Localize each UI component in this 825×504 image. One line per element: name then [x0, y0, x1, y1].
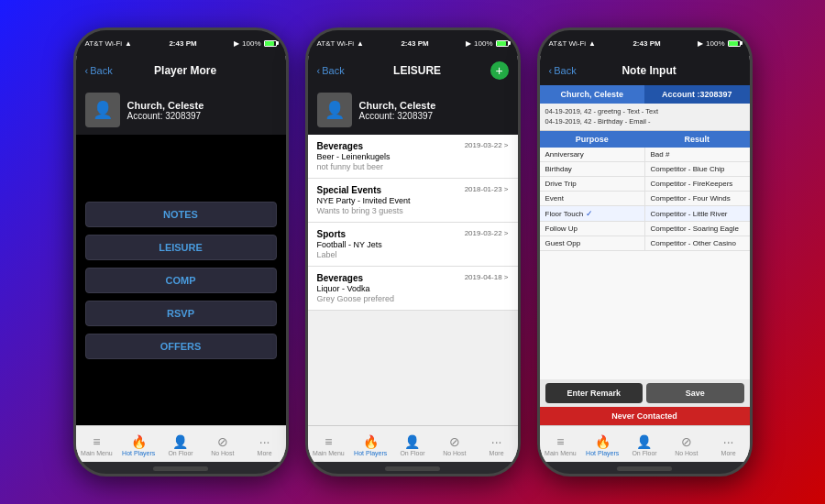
back-button-3[interactable]: ‹ Back — [549, 65, 577, 76]
menu-icon-1: ≡ — [93, 434, 100, 449]
table-row[interactable]: Drive Trip Competitor - FireKeepers — [540, 177, 750, 192]
tab-hot-players-1[interactable]: 🔥 Hot Players — [117, 434, 160, 456]
tab-no-host-3[interactable]: ⊘ No Host — [666, 434, 708, 456]
li-note-3: Grey Goose prefered — [317, 294, 509, 303]
tab-main-menu-label-2: Main Menu — [313, 450, 345, 456]
result-cell-3: Competitor - Four Winds — [645, 192, 750, 205]
page-title-1: Player More — [113, 64, 258, 77]
page-title-3: Note Input — [577, 64, 722, 77]
table-row[interactable]: Anniversary Bad # — [540, 148, 750, 162]
list-item[interactable]: Special Events 2018-01-23 > NYE Party - … — [308, 179, 518, 223]
purpose-cell-0: Anniversary — [540, 148, 645, 161]
tab-more-1[interactable]: ··· More — [244, 434, 286, 456]
phone-3: AT&T Wi-Fi ▲ 2:43 PM ▶ 100% ‹ Back Note … — [537, 27, 753, 477]
note-table-header: Purpose Result — [540, 131, 750, 148]
history-line-1: 04-19-2019, 42 - Birthday - Email - — [545, 117, 744, 127]
tab-main-menu-2[interactable]: ≡ Main Menu — [308, 434, 350, 456]
battery-percent-2: 100% — [474, 39, 492, 48]
li-subcategory-2: Football - NY Jets — [317, 240, 509, 249]
screen-1: ‹ Back Player More 👤 Church, Celeste Acc… — [76, 56, 286, 462]
list-item[interactable]: Sports 2019-03-22 > Football - NY Jets L… — [308, 223, 518, 267]
player-details-1: Church, Celeste Account: 3208397 — [127, 100, 204, 121]
result-cell-6: Competitor - Other Casino — [645, 236, 750, 250]
menu-icon-2: ≡ — [324, 434, 332, 449]
carrier-2: AT&T Wi-Fi — [317, 39, 355, 48]
phone-2: AT&T Wi-Fi ▲ 2:43 PM ▶ 100% ‹ Back LEISU… — [305, 27, 521, 477]
leisure-button[interactable]: LEISURE — [85, 235, 277, 260]
add-button-2[interactable]: + — [490, 61, 509, 80]
rsvp-button[interactable]: RSVP — [85, 301, 277, 326]
back-button-2[interactable]: ‹ Back — [317, 65, 345, 76]
list-item[interactable]: Beverages 2019-04-18 > Liquor - Vodka Gr… — [308, 267, 518, 311]
table-row[interactable]: Birthday Competitor - Blue Chip — [540, 162, 750, 177]
back-chevron-1: ‹ — [85, 65, 89, 76]
tab-no-host-1[interactable]: ⊘ No Host — [202, 434, 244, 456]
account-label-1: Account: — [127, 111, 163, 121]
wifi-icon-2: ▲ — [357, 39, 364, 48]
tab-bar-3: ≡ Main Menu 🔥 Hot Players 👤 On Floor ⊘ N… — [540, 425, 750, 462]
person-icon-1: 👤 — [172, 434, 188, 449]
enter-remark-button[interactable]: Enter Remark — [545, 383, 644, 403]
li-subcategory-0: Beer - Leinenkugels — [317, 152, 509, 161]
tab-on-floor-1[interactable]: 👤 On Floor — [160, 434, 202, 456]
notes-button[interactable]: NOTES — [85, 202, 277, 227]
tab-more-label-3: More — [721, 450, 736, 456]
li-category-0: Beverages — [317, 141, 364, 151]
menu-icon-3: ≡ — [556, 434, 564, 449]
table-row[interactable]: Follow Up Competitor - Soaring Eagle — [540, 222, 750, 236]
offers-button[interactable]: OFFERS — [85, 334, 277, 359]
table-row[interactable]: Event Competitor - Four Winds — [540, 192, 750, 206]
tab-bar-2: ≡ Main Menu 🔥 Hot Players 👤 On Floor ⊘ N… — [308, 425, 518, 462]
status-bar-3: AT&T Wi-Fi ▲ 2:43 PM ▶ 100% — [540, 30, 750, 56]
tab-on-floor-2[interactable]: 👤 On Floor — [391, 434, 434, 456]
tab-main-menu-1[interactable]: ≡ Main Menu — [76, 434, 118, 456]
tab-more-3[interactable]: ··· More — [708, 434, 750, 456]
never-contacted-button[interactable]: Never Contacted — [540, 407, 750, 425]
player-details-2: Church, Celeste Account: 3208397 — [359, 100, 436, 121]
note-header-row: Church, Celeste Account :3208397 — [540, 85, 750, 104]
result-header: Result — [644, 131, 750, 148]
leisure-list: Beverages 2019-03-22 > Beer - Leinenkuge… — [308, 135, 518, 425]
more-icon-3: ··· — [723, 434, 734, 449]
battery-icon-1 — [264, 40, 277, 47]
result-cell-5: Competitor - Soaring Eagle — [645, 222, 750, 236]
save-button[interactable]: Save — [646, 383, 744, 403]
more-icon-2: ··· — [491, 434, 502, 449]
result-cell-4: Competitor - Little River — [645, 206, 750, 221]
tab-hot-players-label-1: Hot Players — [122, 450, 155, 456]
li-date-3: 2019-04-18 > — [465, 273, 509, 281]
tab-on-floor-3[interactable]: 👤 On Floor — [623, 434, 666, 456]
account-number-1: 3208397 — [165, 111, 201, 121]
tab-no-host-2[interactable]: ⊘ No Host — [434, 434, 476, 456]
list-item[interactable]: Beverages 2019-03-22 > Beer - Leinenkuge… — [308, 135, 518, 179]
status-bar-2: AT&T Wi-Fi ▲ 2:43 PM ▶ 100% — [308, 30, 518, 56]
li-subcategory-3: Liquor - Vodka — [317, 284, 509, 293]
signal-icon-3: ▶ — [698, 39, 703, 48]
comp-button[interactable]: COMP — [85, 268, 277, 293]
back-chevron-3: ‹ — [549, 65, 553, 76]
purpose-cell-2: Drive Trip — [540, 177, 645, 191]
account-number-2: 3208397 — [397, 111, 433, 121]
back-label-1: Back — [90, 65, 112, 76]
li-category-3: Beverages — [317, 273, 364, 283]
screen-3: ‹ Back Note Input Church, Celeste Accoun… — [540, 56, 750, 462]
table-row[interactable]: Floor Touch ✓ Competitor - Little River — [540, 206, 750, 222]
player-info-1: 👤 Church, Celeste Account: 3208397 — [76, 85, 286, 135]
tab-hot-players-2[interactable]: 🔥 Hot Players — [349, 434, 391, 456]
nohost-icon-2: ⊘ — [449, 434, 460, 449]
tab-no-host-label-1: No Host — [211, 450, 234, 456]
back-label-2: Back — [322, 65, 344, 76]
table-row[interactable]: Guest Opp Competitor - Other Casino — [540, 236, 750, 251]
result-cell-2: Competitor - FireKeepers — [645, 177, 750, 191]
tab-hot-players-3[interactable]: 🔥 Hot Players — [581, 434, 623, 456]
back-button-1[interactable]: ‹ Back — [85, 65, 113, 76]
li-subcategory-1: NYE Party - Invited Event — [317, 196, 509, 205]
li-category-1: Special Events — [317, 185, 382, 195]
tab-main-menu-3[interactable]: ≡ Main Menu — [540, 434, 582, 456]
carrier-1: AT&T Wi-Fi — [85, 39, 123, 48]
player-name-2: Church, Celeste — [359, 100, 436, 111]
tab-more-2[interactable]: ··· More — [476, 434, 518, 456]
tab-no-host-label-2: No Host — [443, 450, 466, 456]
back-label-3: Back — [554, 65, 576, 76]
li-date-1: 2018-01-23 > — [465, 185, 509, 193]
